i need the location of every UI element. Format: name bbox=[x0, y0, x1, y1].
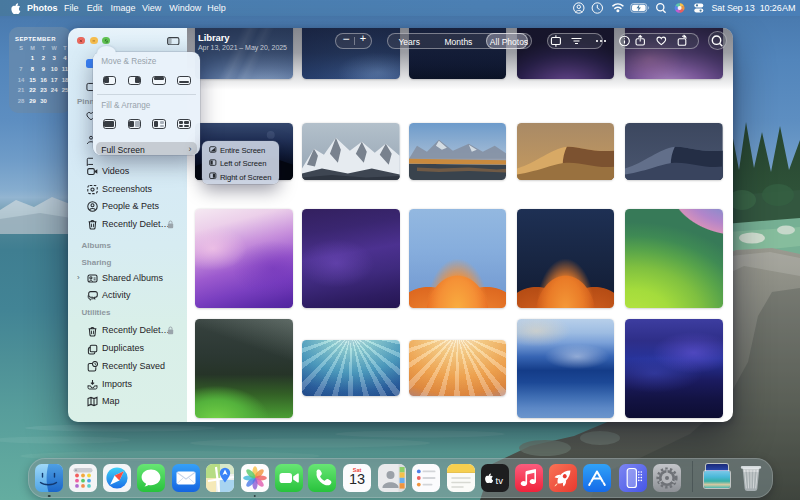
svg-text:tv: tv bbox=[496, 475, 504, 486]
